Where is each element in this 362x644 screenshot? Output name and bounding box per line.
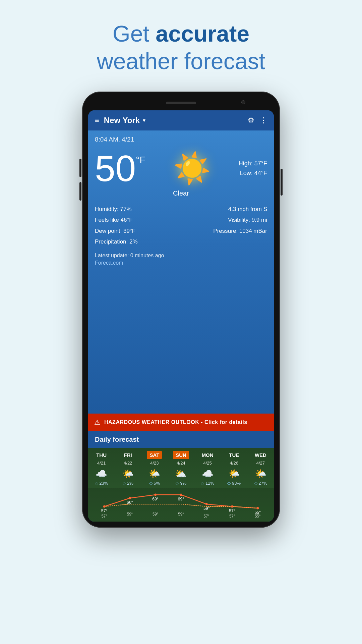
forecast-days-row: THU4/21☁️◇ 23%FRI4/22🌤️◇ 2%SAT4/23🌤️◇ 6%…: [88, 448, 274, 488]
latest-update: Latest update: 0 minutes ago: [95, 253, 267, 259]
svg-text:57°: 57°: [229, 514, 235, 518]
weather-details-left: Humidity: 77% Feels like 46°F Dew point:…: [95, 204, 178, 247]
svg-text:57°: 57°: [101, 508, 108, 513]
app-topbar: ≡ New York ▼ ⚙ ⋮: [88, 110, 274, 130]
svg-text:57°: 57°: [101, 514, 107, 518]
more-options-icon[interactable]: ⋮: [260, 116, 267, 125]
city-name: New York: [104, 116, 140, 125]
svg-text:66°: 66°: [127, 500, 133, 505]
phone-screen: ≡ New York ▼ ⚙ ⋮ 8:04 AM, 4/21 50 °F ☀️ …: [88, 110, 274, 522]
wind-speed: 4.3 mph from S: [184, 204, 267, 215]
forecast-precip: ◇ 2%: [123, 481, 133, 486]
camera-notch: [241, 100, 245, 104]
forecast-day-col[interactable]: WED4/27🌤️◇ 27%: [247, 448, 274, 488]
svg-text:59°: 59°: [153, 512, 158, 516]
forecast-date: 4/23: [150, 461, 159, 466]
phone-frame: ≡ New York ▼ ⚙ ⋮ 8:04 AM, 4/21 50 °F ☀️ …: [82, 92, 280, 528]
forecast-day-col[interactable]: FRI4/22🌤️◇ 2%: [115, 448, 141, 488]
temperature-value: 50: [95, 150, 136, 187]
forecast-date: 4/25: [203, 461, 212, 466]
weather-details-right: 4.3 mph from S Visibility: 9.9 mi Pressu…: [184, 204, 267, 247]
temp-chart-svg: 57° 66° 69° 69° 59° 57° 55° 57° 59° 59° …: [92, 488, 270, 522]
weather-main: 8:04 AM, 4/21 50 °F ☀️ High: 57°F Low: 4…: [88, 130, 274, 414]
volume-down-button[interactable]: [79, 182, 81, 201]
forecast-day-name: SAT: [147, 451, 162, 459]
forecast-weather-icon: ☁️: [202, 468, 214, 479]
forecast-date: 4/27: [256, 461, 265, 466]
forecast-precip: ◇ 23%: [95, 481, 108, 486]
precipitation: Precipitation: 2%: [95, 236, 178, 247]
forecast-title: Daily forecast: [95, 436, 139, 443]
forecast-weather-icon: ☁️: [96, 468, 107, 479]
humidity: Humidity: 77%: [95, 204, 178, 215]
svg-text:57°: 57°: [204, 514, 209, 518]
forecast-day-name: FRI: [121, 451, 135, 459]
forecast-header: Daily forecast: [88, 431, 274, 448]
forecast-weather-icon: ⛅: [175, 468, 187, 479]
forecast-date: 4/22: [124, 461, 132, 466]
menu-icon[interactable]: ≡: [95, 116, 99, 125]
svg-point-17: [180, 494, 182, 496]
update-section: Latest update: 0 minutes ago Foreca.com: [95, 253, 267, 266]
page-headline: Get accurate weather forecast: [97, 20, 265, 75]
forecast-precip: ◇ 93%: [227, 481, 241, 486]
forecast-weather-icon: 🌤️: [228, 468, 240, 479]
dew-point: Dew point: 39°F: [95, 226, 178, 236]
low-temp: Low: 44°F: [239, 168, 267, 178]
temperature-display: 50 °F: [95, 150, 145, 187]
forecast-day-name: SUN: [173, 451, 189, 459]
headline-line1: Get accurate: [113, 21, 249, 46]
forecast-table: THU4/21☁️◇ 23%FRI4/22🌤️◇ 2%SAT4/23🌤️◇ 6%…: [88, 448, 274, 522]
weather-details: Humidity: 77% Feels like 46°F Dew point:…: [95, 204, 267, 247]
svg-text:69°: 69°: [178, 497, 184, 501]
forecast-day-col[interactable]: MON4/25☁️◇ 12%: [194, 448, 221, 488]
svg-text:59°: 59°: [178, 512, 184, 516]
svg-point-20: [257, 507, 259, 509]
forecast-day-name: TUE: [226, 451, 242, 459]
foreca-link[interactable]: Foreca.com: [95, 260, 123, 266]
svg-point-19: [231, 505, 233, 508]
phone-notch: [88, 98, 274, 110]
forecast-day-name: MON: [199, 451, 216, 459]
forecast-precip: ◇ 9%: [176, 481, 186, 486]
svg-text:59°: 59°: [127, 512, 133, 516]
visibility: Visibility: 9.9 mi: [184, 215, 267, 225]
forecast-precip: ◇ 6%: [149, 481, 160, 486]
temperature-chart: 57° 66° 69° 69° 59° 57° 55° 57° 59° 59° …: [88, 488, 274, 522]
forecast-day-col[interactable]: THU4/21☁️◇ 23%: [88, 448, 115, 488]
forecast-date: 4/24: [177, 461, 185, 466]
forecast-day-col[interactable]: TUE4/26🌤️◇ 93%: [221, 448, 247, 488]
speaker-notch: [166, 102, 196, 104]
forecast-weather-icon: 🌤️: [122, 468, 134, 479]
feels-like: Feels like 46°F: [95, 215, 178, 225]
alert-icon: ⚠: [94, 418, 100, 426]
svg-text:55°: 55°: [255, 514, 260, 518]
svg-point-14: [103, 505, 106, 508]
city-selector[interactable]: New York ▼: [104, 116, 243, 125]
settings-icon[interactable]: ⚙: [248, 116, 254, 125]
svg-point-15: [129, 497, 131, 499]
alert-text: HAZARDOUS WEATHER OUTLOOK - Click for de…: [104, 419, 247, 425]
condition-label: Clear: [95, 190, 267, 197]
high-low-display: High: 57°F Low: 44°F: [239, 159, 267, 178]
svg-text:69°: 69°: [152, 497, 159, 501]
svg-text:57°: 57°: [229, 508, 235, 513]
forecast-day-col[interactable]: SUN4/24⛅◇ 9%: [168, 448, 194, 488]
pressure: Pressure: 1034 mBar: [184, 226, 267, 236]
svg-point-18: [205, 503, 208, 505]
current-weather-row: 50 °F ☀️ High: 57°F Low: 44°F: [95, 150, 267, 187]
forecast-date: 4/26: [230, 461, 238, 466]
alert-banner[interactable]: ⚠ HAZARDOUS WEATHER OUTLOOK - Click for …: [88, 414, 274, 431]
headline-line2: weather forecast: [97, 48, 265, 74]
svg-text:59°: 59°: [203, 506, 210, 511]
forecast-day-name: THU: [94, 451, 109, 459]
forecast-weather-icon: 🌤️: [148, 468, 160, 479]
forecast-day-col[interactable]: SAT4/23🌤️◇ 6%: [141, 448, 168, 488]
svg-point-16: [154, 494, 157, 496]
power-button[interactable]: [281, 169, 283, 196]
forecast-date: 4/21: [97, 461, 106, 466]
datetime-display: 8:04 AM, 4/21: [95, 136, 267, 143]
volume-up-button[interactable]: [79, 159, 81, 177]
forecast-weather-icon: 🌤️: [255, 468, 266, 479]
temperature-unit: °F: [136, 155, 145, 165]
